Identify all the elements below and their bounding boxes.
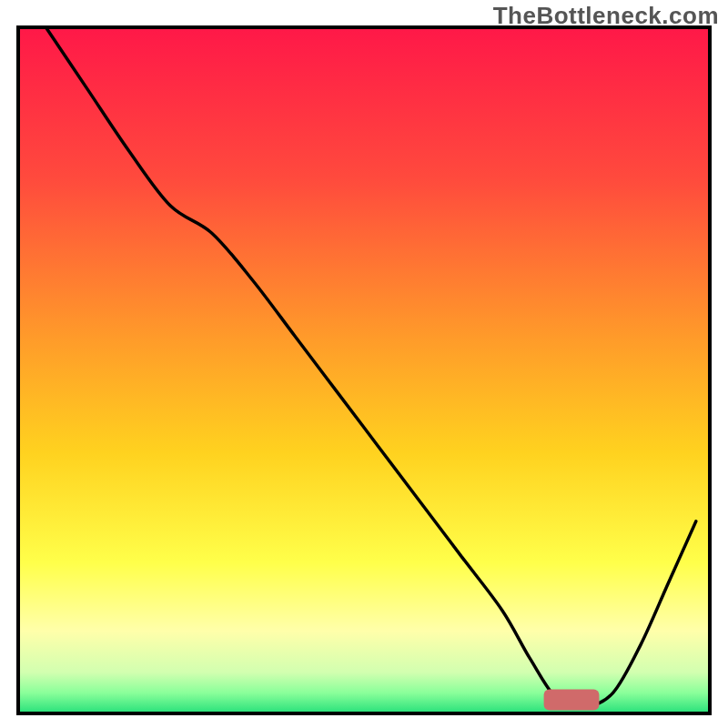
optimal-region-marker <box>544 689 600 710</box>
chart-svg <box>0 0 728 728</box>
watermark-text: TheBottleneck.com <box>493 2 719 30</box>
plot-background <box>18 27 710 713</box>
chart-root: TheBottleneck.com <box>0 0 728 728</box>
